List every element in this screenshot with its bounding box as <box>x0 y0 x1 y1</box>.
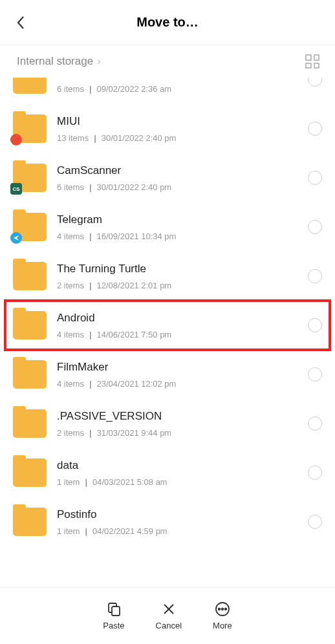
folder-row[interactable]: MIUI13 items|30/01/2022 2:40 pm <box>0 104 335 153</box>
cancel-button[interactable]: Cancel <box>156 601 182 630</box>
folder-meta: 2 items|12/08/2021 2:01 pm <box>57 281 301 290</box>
folder-name: data <box>57 459 301 472</box>
folder-name: The Turning Turtle <box>57 263 301 275</box>
select-radio[interactable] <box>308 122 322 136</box>
folder-icon <box>13 78 47 94</box>
header: Move to… <box>0 0 335 45</box>
grid-view-icon[interactable] <box>305 54 319 69</box>
folder-name: FilmMaker <box>57 361 301 374</box>
paste-icon <box>106 601 122 617</box>
folder-row[interactable]: Android4 items|14/06/2021 7:50 pm <box>0 301 335 350</box>
folder-meta: 6 items|09/02/2022 2:36 am <box>57 84 301 94</box>
folder-info: MIUI13 items|30/01/2022 2:40 pm <box>57 115 301 143</box>
folder-row[interactable]: Pictures6 items|09/02/2022 2:36 am <box>0 78 335 104</box>
folder-info: Postinfo1 item|04/02/2021 4:59 pm <box>57 508 301 536</box>
svg-point-5 <box>219 608 221 610</box>
svg-rect-1 <box>112 606 120 616</box>
close-icon <box>161 601 177 617</box>
folder-name: Telegram <box>57 213 301 226</box>
select-radio[interactable] <box>308 78 322 87</box>
select-radio[interactable] <box>308 318 322 332</box>
svg-point-6 <box>222 608 224 610</box>
folder-name: CamScanner <box>57 164 301 177</box>
folder-icon <box>13 409 47 438</box>
folder-icon <box>13 114 47 143</box>
folder-name: Pictures <box>57 78 301 79</box>
breadcrumb[interactable]: Internal storage › <box>17 55 100 68</box>
folder-icon <box>13 458 47 487</box>
paste-button[interactable]: Paste <box>103 601 124 630</box>
select-radio[interactable] <box>308 171 322 185</box>
folder-meta: 4 items|14/06/2021 7:50 pm <box>57 330 301 339</box>
select-radio[interactable] <box>308 416 322 431</box>
folder-icon: CS <box>13 164 47 192</box>
folder-row[interactable]: CSCamScanner6 items|30/01/2022 2:40 pm <box>0 153 335 202</box>
folder-info: Pictures6 items|09/02/2022 2:36 am <box>57 78 301 94</box>
chevron-right-icon: › <box>97 56 100 67</box>
page-title: Move to… <box>0 15 335 30</box>
folder-meta: 4 items|16/09/2021 10:34 pm <box>57 231 301 241</box>
select-radio[interactable] <box>308 515 322 529</box>
select-radio[interactable] <box>308 269 322 283</box>
folder-meta: 1 item|04/03/2021 5:08 am <box>57 477 301 487</box>
folder-info: .PASSIVE_VERSION2 items|31/03/2021 9:44 … <box>57 410 301 438</box>
more-label: More <box>213 621 232 630</box>
folder-list: Pictures6 items|09/02/2022 2:36 amMIUI13… <box>0 78 335 586</box>
folder-meta: 4 items|23/04/2021 12:02 pm <box>57 379 301 389</box>
folder-info: Telegram4 items|16/09/2021 10:34 pm <box>57 213 301 241</box>
folder-info: data1 item|04/03/2021 5:08 am <box>57 459 301 487</box>
folder-name: Android <box>57 312 301 325</box>
folder-icon <box>13 262 47 290</box>
folder-row[interactable]: The Turning Turtle2 items|12/08/2021 2:0… <box>0 252 335 301</box>
folder-name: MIUI <box>57 115 301 128</box>
paste-label: Paste <box>103 621 124 630</box>
cancel-label: Cancel <box>156 621 182 630</box>
folder-badge-icon <box>10 232 22 244</box>
folder-name: .PASSIVE_VERSION <box>57 410 301 423</box>
folder-meta: 13 items|30/01/2022 2:40 pm <box>57 133 301 143</box>
folder-row[interactable]: data1 item|04/03/2021 5:08 am <box>0 448 335 497</box>
folder-info: FilmMaker4 items|23/04/2021 12:02 pm <box>57 361 301 389</box>
select-radio[interactable] <box>308 220 322 234</box>
more-button[interactable]: More <box>213 601 232 630</box>
folder-info: Android4 items|14/06/2021 7:50 pm <box>57 312 301 339</box>
folder-icon <box>13 360 47 389</box>
more-icon <box>215 601 230 617</box>
folder-row[interactable]: Postinfo1 item|04/02/2021 4:59 pm <box>0 497 335 546</box>
folder-meta: 1 item|04/02/2021 4:59 pm <box>57 526 301 536</box>
svg-point-7 <box>225 608 227 610</box>
folder-icon <box>13 311 47 339</box>
bottom-bar: Paste Cancel More <box>0 587 335 644</box>
folder-meta: 6 items|30/01/2022 2:40 pm <box>57 182 301 192</box>
folder-row[interactable]: Telegram4 items|16/09/2021 10:34 pm <box>0 202 335 252</box>
select-radio[interactable] <box>308 466 322 480</box>
breadcrumb-label: Internal storage <box>17 55 93 68</box>
select-radio[interactable] <box>308 367 322 381</box>
folder-info: CamScanner6 items|30/01/2022 2:40 pm <box>57 164 301 192</box>
back-icon[interactable] <box>13 15 28 30</box>
folder-meta: 2 items|31/03/2021 9:44 pm <box>57 428 301 438</box>
folder-name: Postinfo <box>57 508 301 521</box>
folder-badge-icon: CS <box>10 183 22 195</box>
folder-badge-icon <box>10 134 22 145</box>
breadcrumb-row: Internal storage › <box>0 45 335 75</box>
folder-row[interactable]: .PASSIVE_VERSION2 items|31/03/2021 9:44 … <box>0 399 335 448</box>
folder-row[interactable]: FilmMaker4 items|23/04/2021 12:02 pm <box>0 350 335 399</box>
folder-info: The Turning Turtle2 items|12/08/2021 2:0… <box>57 263 301 290</box>
folder-icon <box>13 213 47 241</box>
folder-icon <box>13 508 47 536</box>
